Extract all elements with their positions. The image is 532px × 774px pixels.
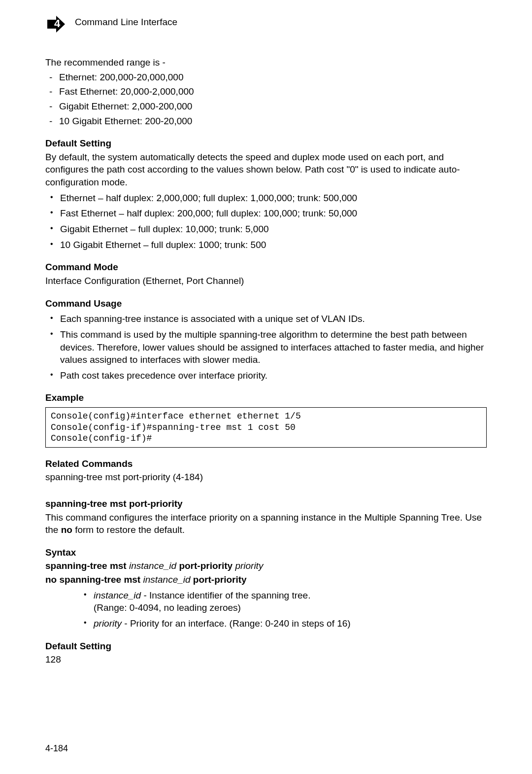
- page-header: 4 Command Line Interface: [45, 14, 487, 35]
- command-name-heading: spanning-tree mst port-priority: [45, 497, 487, 510]
- chapter-title: Command Line Interface: [75, 14, 177, 29]
- list-item: Gigabit Ethernet: 2,000-200,000: [45, 100, 487, 113]
- example-code: Console(config)#interface ethernet ether…: [45, 407, 487, 448]
- chapter-number: 4: [54, 17, 61, 30]
- list-item: priority - Priority for an interface. (R…: [79, 617, 487, 630]
- command-description: This command configures the interface pr…: [45, 511, 487, 536]
- syntax-line: no spanning-tree mst instance_id port-pr…: [45, 573, 487, 586]
- list-item: 10 Gigabit Ethernet: 200-20,000: [45, 115, 487, 128]
- command-usage-heading: Command Usage: [45, 297, 487, 310]
- list-item: Gigabit Ethernet – full duplex: 10,000; …: [45, 223, 487, 236]
- list-item: instance_id - Instance identifier of the…: [79, 589, 487, 614]
- list-item: 10 Gigabit Ethernet – full duplex: 1000;…: [45, 239, 487, 251]
- list-item: Each spanning-tree instance is associate…: [45, 313, 487, 325]
- list-item: This command is used by the multiple spa…: [45, 328, 487, 366]
- example-heading: Example: [45, 391, 487, 404]
- param-note: (Range: 0-4094, no leading zeroes): [94, 601, 487, 614]
- default-setting-value: 128: [45, 653, 487, 666]
- list-item: Ethernet – half duplex: 2,000,000; full …: [45, 192, 487, 205]
- list-item: Path cost takes precedence over interfac…: [45, 369, 487, 382]
- text-italic: instance_id: [129, 561, 176, 571]
- param-name: priority: [94, 618, 122, 629]
- list-item: Fast Ethernet: 20,000-2,000,000: [45, 85, 487, 98]
- syntax-line: spanning-tree mst instance_id port-prior…: [45, 560, 487, 572]
- related-commands-body: spanning-tree mst port-priority (4-184): [45, 471, 487, 484]
- syntax-heading: Syntax: [45, 546, 487, 559]
- text-bold: spanning-tree mst: [45, 561, 129, 571]
- text-bold: no spanning-tree mst: [45, 574, 143, 585]
- default-setting-body: By default, the system automatically det…: [45, 151, 487, 189]
- chapter-badge-icon: 4: [45, 14, 66, 35]
- text-italic: instance_id: [143, 574, 190, 585]
- page-number: 4-184: [45, 742, 68, 754]
- page: 4 Command Line Interface The recommended…: [0, 0, 532, 774]
- default-setting-heading-2: Default Setting: [45, 640, 487, 653]
- text: form to restore the default.: [72, 525, 185, 535]
- syntax-param-list: instance_id - Instance identifier of the…: [79, 589, 487, 630]
- param-desc: - Priority for an interface. (Range: 0-2…: [122, 618, 351, 629]
- text-bold: port-priority: [191, 574, 247, 585]
- command-mode-heading: Command Mode: [45, 261, 487, 274]
- list-item: Ethernet: 200,000-20,000,000: [45, 71, 487, 84]
- recommended-range-list: Ethernet: 200,000-20,000,000 Fast Ethern…: [45, 71, 487, 128]
- related-commands-heading: Related Commands: [45, 457, 487, 470]
- default-setting-heading: Default Setting: [45, 137, 487, 150]
- text-bold: port-priority: [176, 561, 235, 571]
- command-mode-body: Interface Configuration (Ethernet, Port …: [45, 275, 487, 287]
- text-bold: no: [61, 525, 72, 535]
- recommended-range-intro: The recommended range is -: [45, 56, 487, 69]
- list-item: Fast Ethernet – half duplex: 200,000; fu…: [45, 207, 487, 220]
- command-usage-list: Each spanning-tree instance is associate…: [45, 313, 487, 382]
- param-name: instance_id: [94, 590, 141, 600]
- text-italic: priority: [235, 561, 263, 571]
- default-setting-list: Ethernet – half duplex: 2,000,000; full …: [45, 192, 487, 251]
- param-desc: - Instance identifier of the spanning tr…: [141, 590, 310, 600]
